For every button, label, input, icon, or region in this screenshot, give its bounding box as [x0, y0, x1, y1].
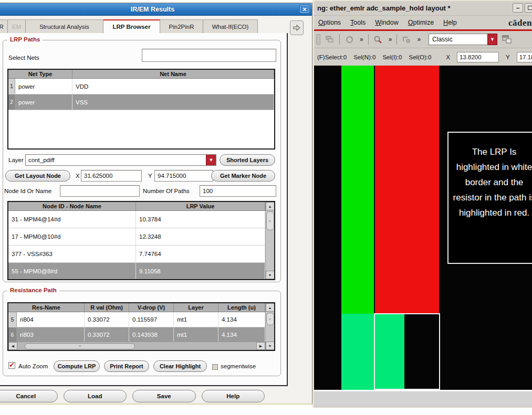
shorted-layers-button[interactable]: Shorted Layers — [220, 154, 275, 166]
layout-canvas[interactable]: The LRP Is highlighted in white border a… — [314, 66, 532, 391]
net-name-cell: VDD — [72, 79, 274, 94]
right-arrow-icon — [293, 24, 301, 31]
select-nets-input[interactable] — [142, 49, 276, 62]
clear-highlight-button[interactable]: Clear Highlight — [153, 360, 207, 372]
scroll-down-icon[interactable]: ▼ — [266, 271, 275, 279]
lrp-paths-title: LRP Paths — [7, 36, 43, 42]
get-layout-node-button[interactable]: Get Layout Node — [5, 170, 70, 182]
resistance-table-vscrollbar[interactable]: ▲ ≡ ▼ — [265, 303, 274, 350]
tab-what-if-eco[interactable]: What-If(ECO) — [203, 19, 258, 34]
column-header: LRP Value — [136, 202, 265, 210]
res-name-cell: ri803 — [17, 327, 85, 342]
menu-options[interactable]: Options — [318, 19, 341, 26]
y-label: Y — [148, 173, 152, 179]
load-button[interactable]: Load — [64, 390, 127, 402]
resistance-path-group: Resistance Path Res-Name R val (Ohm) V-d… — [3, 291, 281, 376]
menu-window[interactable]: Window — [375, 19, 398, 26]
toolbar-overflow-icon[interactable]: » — [388, 36, 393, 43]
tab-ir[interactable]: IR — [0, 19, 8, 34]
layout-window-title: ng: ether_emlr adc_sample_hold layout * — [317, 4, 451, 12]
scroll-left-icon[interactable]: ◀ — [8, 342, 17, 350]
y-coordinate-input[interactable] — [154, 170, 213, 182]
toolbar-overflow-icon[interactable]: » — [359, 36, 364, 43]
tab-em[interactable]: EM — [8, 19, 26, 34]
x-coordinate-input[interactable] — [81, 170, 142, 182]
node-row[interactable]: 377 - VSS#363 7.74764 — [8, 246, 265, 263]
resistor-row[interactable]: 5 ri804 0.33072 0.115597 mt1 4.134 — [8, 312, 265, 327]
tab-structural-analysis[interactable]: Structural Analysis — [26, 19, 103, 34]
menu-help[interactable]: Help — [443, 19, 457, 26]
layout-shape-spring-green-right[interactable] — [375, 314, 404, 389]
maximize-button[interactable] — [525, 3, 532, 13]
dropdown-arrow-icon[interactable]: ▼ — [206, 155, 216, 165]
node-table-scrollbar[interactable]: ▲ ≡ ▼ — [265, 202, 274, 279]
layout-window-titlebar[interactable]: ng: ether_emlr adc_sample_hold layout * … — [314, 1, 532, 16]
resistor-row-selected[interactable]: 6 ri803 0.33072 0.143938 mt1 4.134 — [8, 327, 265, 343]
row-number: 1 — [8, 79, 15, 94]
dialog-tabs: IR EM Structural Analysis LRP Browser Pi… — [0, 19, 258, 34]
expand-panel-button[interactable] — [290, 20, 304, 35]
column-header: Net Name — [72, 70, 274, 78]
resistance-table-hscrollbar[interactable]: ◀ ≡ ▶ — [8, 342, 265, 350]
res-name-cell: ri804 — [17, 312, 85, 327]
auto-zoom-checkbox[interactable]: ✔ — [8, 362, 15, 369]
number-of-paths-label: Number Of Paths — [143, 188, 190, 194]
zoom-icon[interactable] — [372, 34, 384, 45]
compute-lrp-button[interactable]: Compute LRP — [54, 360, 100, 372]
print-report-button[interactable]: Print Report — [104, 360, 149, 372]
tab-content-area: LRP Paths Select Nets Net Type Net Name … — [0, 33, 288, 386]
segmentwise-checkbox[interactable] — [212, 364, 218, 370]
scrollbar-thumb[interactable]: ≡ — [266, 313, 274, 325]
dialog-titlebar[interactable]: IR/EM Results × — [0, 3, 312, 16]
scrollbar-thumb[interactable]: ≡ — [266, 211, 274, 230]
scroll-right-icon[interactable]: ▶ — [256, 342, 265, 350]
cancel-button[interactable]: Cancel — [0, 390, 58, 402]
tab-lrp-browser[interactable]: LRP Browser — [103, 19, 160, 34]
annotation-box: The LRP Is highlighted in white border a… — [447, 132, 532, 264]
lrp-paths-group: LRP Paths Select Nets Net Type Net Name … — [3, 40, 281, 282]
layout-shape-green[interactable] — [341, 66, 374, 314]
layer-cell: mt1 — [174, 327, 218, 342]
close-button[interactable]: × — [299, 5, 310, 14]
scrollbar-thumb[interactable]: ≡ — [25, 343, 135, 349]
layout-shape-spring-green-left[interactable] — [341, 314, 374, 390]
layer-dropdown[interactable]: cont_pdiff ▼ — [25, 154, 216, 166]
number-of-paths-input[interactable] — [200, 185, 276, 197]
net-name-cell: VSS — [72, 94, 274, 110]
lrp-white-border-highlight[interactable] — [374, 313, 440, 390]
help-button[interactable]: Help — [202, 390, 265, 402]
toolbar-overflow-icon[interactable]: » — [416, 36, 422, 43]
node-row[interactable]: 31 - MPM4@14#d 10.3784 — [8, 211, 265, 228]
save-button[interactable]: Save — [132, 390, 196, 402]
layout-shape-red-resistor[interactable] — [375, 66, 439, 313]
x-coord-field[interactable] — [457, 52, 499, 62]
status-bar: (F)Select:0 Sel(N):0 Sel(I):0 Sel(O):0 X… — [314, 48, 532, 66]
node-id-label: Node Id Or Name — [4, 188, 51, 194]
minimize-button[interactable]: – — [513, 3, 523, 13]
menu-optimize[interactable]: Optimize — [408, 19, 434, 26]
workspace-dropdown-icon[interactable]: ▼ — [487, 34, 497, 45]
get-marker-node-button[interactable]: Get Marker Node — [211, 170, 275, 182]
create-icon[interactable] — [401, 34, 412, 45]
redraw-icon[interactable] — [343, 34, 355, 45]
auto-zoom-label: Auto Zoom — [18, 363, 48, 369]
node-row-selected[interactable]: 55 - MPM0@8#d 9.11058 — [8, 263, 265, 280]
cascade-windows-icon[interactable] — [501, 34, 513, 45]
copy-hierarchy-icon[interactable] — [324, 34, 336, 45]
scroll-up-icon[interactable]: ▲ — [266, 303, 275, 312]
scroll-down-icon[interactable]: ▼ — [266, 342, 275, 350]
y-coord-field[interactable] — [517, 52, 532, 62]
v-drop-cell: 0.115597 — [129, 312, 174, 327]
column-header: Net Type — [8, 70, 72, 78]
window-controls: – — [513, 3, 532, 13]
node-row[interactable]: 17 - MPM0@10#d 12.3248 — [8, 228, 265, 246]
workspace-selector[interactable]: Classic ▼ — [429, 34, 497, 45]
tab-pin2pinr[interactable]: Pin2PinR — [160, 19, 203, 34]
node-id-input[interactable] — [60, 185, 140, 197]
scroll-up-icon[interactable]: ▲ — [266, 202, 275, 210]
net-row-vss-selected[interactable]: 2 power VSS — [8, 94, 274, 110]
layer-cell: mt1 — [174, 312, 218, 327]
toolbar: » » » Classic ▼ — [314, 31, 532, 48]
menu-tools[interactable]: Tools — [350, 19, 366, 26]
net-row-vdd[interactable]: 1 power VDD — [8, 79, 274, 94]
